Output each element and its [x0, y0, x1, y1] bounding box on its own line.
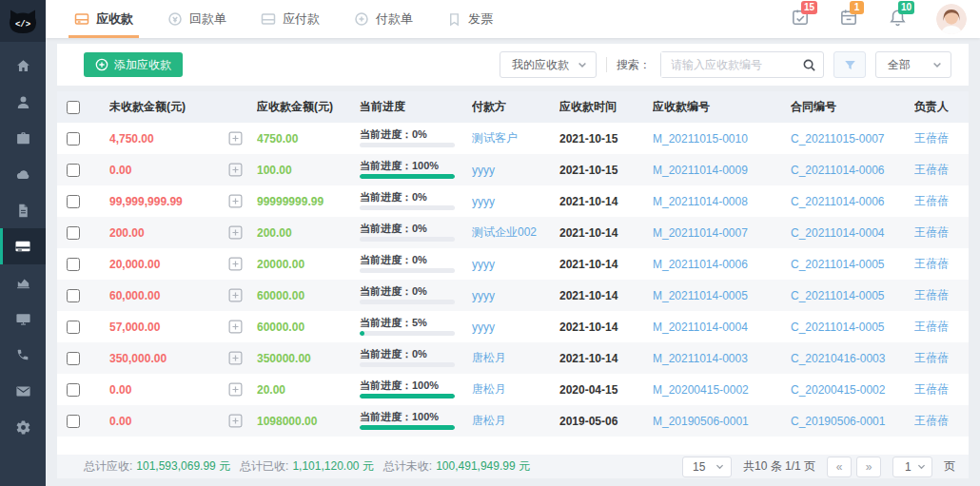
- table-row[interactable]: 200.00 200.00 当前进度：0% 测试企业002 2021-10-14…: [57, 217, 969, 248]
- page-number-select[interactable]: 1: [892, 457, 932, 477]
- table-row[interactable]: 0.00 20.00 当前进度：100% 唐松月 2020-04-15 M_20…: [57, 374, 969, 405]
- expand-row-icon[interactable]: [228, 351, 243, 365]
- row-checkbox[interactable]: [67, 289, 80, 302]
- sidebar-item-cloud[interactable]: [0, 156, 46, 192]
- row-checkbox[interactable]: [67, 132, 80, 146]
- row-checkbox[interactable]: [67, 352, 80, 365]
- receivable-no-link[interactable]: M_20200415-0002: [653, 383, 749, 397]
- expand-row-icon[interactable]: [228, 163, 243, 177]
- tab-payables[interactable]: 应付款: [261, 0, 320, 38]
- row-checkbox[interactable]: [67, 321, 80, 334]
- expand-row-icon[interactable]: [228, 131, 243, 146]
- expand-row-icon[interactable]: [228, 225, 243, 240]
- payer-link[interactable]: 唐松月: [472, 350, 506, 366]
- search-button[interactable]: [794, 58, 823, 72]
- tab-payment-receipts[interactable]: 回款单: [167, 0, 226, 38]
- table-row[interactable]: 99,999,999.99 99999999.99 当前进度：0% yyyy 2…: [57, 185, 969, 217]
- next-page-button[interactable]: »: [856, 457, 881, 477]
- payer-link[interactable]: yyyy: [472, 164, 495, 177]
- payer-link[interactable]: yyyy: [472, 321, 495, 334]
- select-all-checkbox[interactable]: [67, 101, 80, 114]
- sidebar-item-home[interactable]: [0, 48, 46, 84]
- receivable-no-link[interactable]: M_20211014-0006: [653, 258, 748, 271]
- contract-no-link[interactable]: C_20211014-0005: [791, 258, 885, 271]
- sidebar-item-settings[interactable]: [0, 409, 46, 445]
- filter-button[interactable]: [833, 51, 866, 78]
- row-checkbox[interactable]: [67, 195, 80, 208]
- payer-link[interactable]: yyyy: [472, 195, 495, 208]
- expand-row-icon[interactable]: [228, 288, 243, 302]
- receivable-no-link[interactable]: M_20211014-0008: [653, 195, 748, 208]
- receivable-no-link[interactable]: M_20211014-0004: [653, 321, 748, 334]
- receivable-no-link[interactable]: M_20211015-0010: [653, 132, 748, 146]
- owner-link[interactable]: 王蓓蓓: [914, 162, 949, 178]
- expand-row-icon[interactable]: [228, 257, 243, 271]
- tasks-notification[interactable]: 15: [791, 8, 811, 30]
- scope-select[interactable]: 我的应收款: [500, 51, 597, 78]
- sidebar-item-customers[interactable]: [0, 84, 46, 120]
- tab-payment-orders[interactable]: 付款单: [354, 0, 413, 38]
- owner-link[interactable]: 王蓓蓓: [914, 256, 949, 272]
- owner-link[interactable]: 王蓓蓓: [914, 130, 949, 146]
- calendar-notification[interactable]: 1: [839, 8, 859, 30]
- table-row[interactable]: 4,750.00 4750.00 当前进度：0% 测试客户 2021-10-15…: [57, 123, 969, 154]
- row-checkbox[interactable]: [67, 415, 80, 428]
- contract-no-link[interactable]: C_20211014-0005: [791, 321, 885, 334]
- sidebar-item-documents[interactable]: [0, 192, 46, 228]
- receivable-no-link[interactable]: M_20211014-0003: [653, 352, 748, 365]
- payer-link[interactable]: 唐松月: [472, 413, 506, 429]
- payer-link[interactable]: yyyy: [472, 258, 495, 271]
- tab-invoices[interactable]: 发票: [447, 0, 493, 38]
- owner-link[interactable]: 王蓓蓓: [914, 287, 949, 303]
- contract-no-link[interactable]: C_20211015-0007: [791, 132, 885, 146]
- sidebar-item-reports[interactable]: [0, 264, 46, 301]
- owner-link[interactable]: 王蓓蓓: [914, 413, 949, 429]
- table-row[interactable]: 350,000.00 350000.00 当前进度：0% 唐松月 2021-10…: [57, 342, 969, 374]
- table-row[interactable]: 57,000.00 60000.00 当前进度：5% yyyy 2021-10-…: [57, 311, 969, 342]
- table-row[interactable]: 0.00 100.00 当前进度：100% yyyy 2021-10-15 M_…: [57, 154, 969, 185]
- expand-row-icon[interactable]: [228, 414, 243, 428]
- sidebar-item-workstation[interactable]: [0, 301, 46, 337]
- contract-no-link[interactable]: C_20211014-0006: [791, 164, 885, 177]
- sidebar-item-finance[interactable]: [0, 228, 46, 264]
- sidebar-item-business[interactable]: [0, 120, 46, 156]
- expand-row-icon[interactable]: [228, 320, 243, 334]
- owner-link[interactable]: 王蓓蓓: [914, 350, 949, 366]
- status-select[interactable]: 全部: [875, 51, 951, 78]
- row-checkbox[interactable]: [67, 164, 80, 177]
- payer-link[interactable]: 测试客户: [472, 130, 518, 146]
- sidebar-item-mail[interactable]: [0, 373, 46, 409]
- tab-receivables[interactable]: 应收款: [74, 0, 133, 38]
- receivable-no-link[interactable]: M_20211014-0005: [653, 289, 748, 302]
- payer-link[interactable]: 测试企业002: [472, 224, 537, 241]
- receivable-no-link[interactable]: M_20190506-0001: [653, 415, 749, 428]
- user-avatar[interactable]: [936, 4, 967, 34]
- owner-link[interactable]: 王蓓蓓: [914, 224, 949, 241]
- app-logo[interactable]: </>: [0, 0, 46, 42]
- expand-row-icon[interactable]: [228, 194, 243, 208]
- bell-notification[interactable]: 10: [888, 8, 908, 30]
- contract-no-link[interactable]: C_20211014-0005: [791, 289, 885, 302]
- contract-no-link[interactable]: C_20210416-0003: [791, 352, 885, 365]
- sidebar-item-calls[interactable]: [0, 337, 46, 373]
- add-receivable-button[interactable]: 添加应收款: [84, 52, 183, 77]
- table-row[interactable]: 20,000.00 20000.00 当前进度：0% yyyy 2021-10-…: [57, 248, 969, 280]
- contract-no-link[interactable]: C_20190506-0001: [791, 415, 885, 428]
- expand-row-icon[interactable]: [228, 382, 243, 397]
- payer-link[interactable]: 唐松月: [472, 381, 506, 398]
- receivable-no-link[interactable]: M_20211014-0009: [653, 164, 748, 177]
- contract-no-link[interactable]: C_20200415-0002: [791, 383, 885, 397]
- row-checkbox[interactable]: [67, 226, 80, 240]
- receivable-no-link[interactable]: M_20211014-0007: [653, 226, 748, 240]
- owner-link[interactable]: 王蓓蓓: [914, 193, 949, 209]
- prev-page-button[interactable]: «: [827, 457, 852, 477]
- owner-link[interactable]: 王蓓蓓: [914, 319, 949, 335]
- row-checkbox[interactable]: [67, 383, 80, 397]
- search-input[interactable]: [661, 52, 794, 77]
- contract-no-link[interactable]: C_20211014-0006: [791, 195, 885, 208]
- owner-link[interactable]: 王蓓蓓: [914, 381, 949, 398]
- payer-link[interactable]: yyyy: [472, 289, 495, 302]
- row-checkbox[interactable]: [67, 258, 80, 271]
- contract-no-link[interactable]: C_20211014-0004: [791, 226, 885, 240]
- table-row[interactable]: 60,000.00 60000.00 当前进度：0% yyyy 2021-10-…: [57, 280, 969, 311]
